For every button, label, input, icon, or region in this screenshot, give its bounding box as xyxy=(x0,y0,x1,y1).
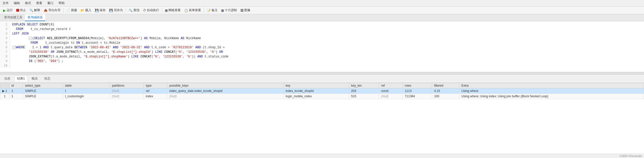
result-tab-overview[interactable]: 概况 xyxy=(29,75,40,82)
editor-scrollbar[interactable] xyxy=(0,72,644,75)
cell-rows-1: 1113 xyxy=(403,88,432,94)
line-num-1: 1 xyxy=(2,22,8,27)
export-button[interactable]: 📤 导出向导 xyxy=(42,7,62,13)
cell-possible-keys-2: (Null) xyxy=(167,94,283,99)
load-button[interactable]: 📂 载入 xyxy=(79,7,93,13)
col-id[interactable]: id xyxy=(9,83,23,88)
find-button[interactable]: 🔍 查找 xyxy=(127,7,141,13)
result-tab-info[interactable]: 信息 xyxy=(2,75,13,82)
table-row[interactable]: 1 1 SIMPLE t_customlogin (Null) index (N… xyxy=(0,94,644,99)
cell-ref-1: const xyxy=(379,88,403,94)
cell-select-type-1: SIMPLE xyxy=(23,88,63,94)
code-line-5: FROM t_customlogin tc ON t.account = tc.… xyxy=(12,41,642,45)
image-label: 图像 xyxy=(244,8,250,12)
result-tab-result1[interactable]: 结果1 xyxy=(14,75,28,82)
save-icon: 💾 xyxy=(95,9,99,12)
explain-button[interactable]: 🔍 解释 xyxy=(28,7,42,13)
cell-ref-2: (Null) xyxy=(379,94,403,99)
save-button[interactable]: 💾 保存 xyxy=(93,7,107,13)
autorun-label: 自动执行 xyxy=(147,8,159,12)
col-possible-keys[interactable]: possible_keys xyxy=(167,83,283,88)
grid-label: 网格查看 xyxy=(168,8,181,12)
code-line-9: IN ('D02', 'D04') ; xyxy=(12,59,642,64)
save-label: 保存 xyxy=(99,8,106,12)
menu-edit[interactable]: 编辑 xyxy=(12,1,21,6)
col-partitions[interactable]: partitions xyxy=(110,83,144,88)
cell-partitions-2: (Null) xyxy=(110,94,144,99)
code-line-8: JSON_EXTRACT(t.a_mode_detail, '$.shopLis… xyxy=(12,54,642,59)
image-button[interactable]: 🖼 图像 xyxy=(239,7,252,13)
cell-filtered-2: 100 xyxy=(432,94,459,99)
result-tab-status[interactable]: 状态 xyxy=(41,75,53,82)
form-view-button[interactable]: 📋 表单查看 xyxy=(183,7,203,13)
hex-button[interactable]: ▦ 十六进制 xyxy=(220,7,238,13)
autorun-button[interactable]: ⏱ 自动执行 xyxy=(141,7,161,13)
menu-view[interactable]: 查看 xyxy=(35,1,44,6)
separator-3 xyxy=(162,8,162,13)
code-line-2: FROM t_cs_recharge_record t xyxy=(12,27,642,31)
col-rows[interactable]: rows xyxy=(403,83,432,88)
code-line-6: -WHERE 1 = 1 AND t.query_date BETWEEN '2… xyxy=(12,45,642,50)
toolbar: ▶ 运行 停止 🔍 解释 📤 导出向导 📄 新建 📂 载入 💾 保存 xyxy=(0,7,644,14)
col-key[interactable]: key xyxy=(283,83,349,88)
grid-view-button[interactable]: ▦ 网格查看 xyxy=(163,7,182,13)
col-key-len[interactable]: key_len xyxy=(349,83,379,88)
table-row[interactable]: ▶ 1 1 SIMPLE t (Null) ref index_query_da… xyxy=(0,88,644,94)
code-area[interactable]: EXPLAIN SELECT COUNT(0) FROM t_cs_rechar… xyxy=(10,22,644,68)
col-extra[interactable]: Extra xyxy=(459,83,644,88)
stop-icon xyxy=(16,9,19,12)
stop-label: 停止 xyxy=(20,8,26,12)
saveas-icon: 💾 xyxy=(109,9,113,12)
cell-extra-1: Using where xyxy=(459,88,644,94)
run-button[interactable]: ▶ 运行 xyxy=(2,7,14,13)
autorun-icon: ⏱ xyxy=(143,9,146,12)
note-icon: 📝 xyxy=(207,9,211,12)
new-button[interactable]: 📄 新建 xyxy=(65,7,79,13)
menu-file[interactable]: 文件 xyxy=(1,1,10,6)
col-filtered[interactable]: filtered xyxy=(432,83,459,88)
result-table-container[interactable]: id select_type table partitions type pos… xyxy=(0,83,644,154)
menu-format[interactable]: 格式 xyxy=(23,1,33,6)
app-window: 文件 编辑 格式 查看 窗口 帮助 ▶ 运行 停止 🔍 解释 📤 导出向导 📄 … xyxy=(0,0,644,158)
editor-tab-bar: 查询创建工具 查询编辑器 xyxy=(0,14,644,21)
code-line-4: -(SELECT AES_DECRYPT(FROM_BASE64(Mobile)… xyxy=(12,36,642,41)
menu-window[interactable]: 窗口 xyxy=(46,1,55,6)
code-line-7: '123155539' OR JSON_EXTRACT(t.a_mode_det… xyxy=(12,50,642,54)
cell-id-2: 1 xyxy=(9,94,23,99)
line-num-6: 6 xyxy=(2,45,8,50)
explain-label: 解释 xyxy=(34,8,40,12)
run-label: 运行 xyxy=(7,8,13,12)
hex-label: 十六进制 xyxy=(225,8,237,12)
tab-query-editor[interactable]: 查询编辑器 xyxy=(25,14,45,21)
editor-area[interactable]: 1 2 3 4 5 6 7 8 9 10 EXPLAIN SELECT COUN… xyxy=(0,21,644,72)
col-ref[interactable]: ref xyxy=(379,83,403,88)
separator-2 xyxy=(126,8,126,13)
cell-partitions-1: (Null) xyxy=(110,88,144,94)
stop-button[interactable]: 停止 xyxy=(15,7,27,13)
cell-rows-2: 711384 xyxy=(403,94,432,99)
load-label: 载入 xyxy=(85,8,91,12)
cell-select-type-2: SIMPLE xyxy=(23,94,63,99)
col-table[interactable]: table xyxy=(63,83,110,88)
footer-text: CSDN ©Generato xyxy=(620,154,642,157)
load-icon: 📂 xyxy=(81,9,84,12)
col-select-type[interactable]: select_type xyxy=(23,83,63,88)
cell-key-len-1: 203 xyxy=(349,88,379,94)
cell-type-2: index xyxy=(144,94,167,99)
code-line-3: LEFT JOIN xyxy=(12,31,642,36)
saveas-button[interactable]: 💾 另存为 xyxy=(108,7,124,13)
menu-help[interactable]: 帮助 xyxy=(57,1,66,6)
fold-marker-4[interactable]: - xyxy=(29,37,32,40)
separator-1 xyxy=(63,8,64,13)
line-num-9: 9 xyxy=(2,59,8,64)
cell-id-1: 1 xyxy=(9,88,23,94)
form-label: 表单查看 xyxy=(189,8,201,12)
menu-bar: 文件 编辑 格式 查看 窗口 帮助 xyxy=(0,0,644,7)
fold-marker-6[interactable]: - xyxy=(12,46,15,49)
export-label: 导出向导 xyxy=(48,8,61,12)
col-type[interactable]: type xyxy=(144,83,167,88)
note-button[interactable]: 📝 备注 xyxy=(205,7,219,13)
tab-query-builder[interactable]: 查询创建工具 xyxy=(2,14,25,21)
grid-icon: ▦ xyxy=(165,9,168,12)
explain-icon: 🔍 xyxy=(30,9,33,12)
